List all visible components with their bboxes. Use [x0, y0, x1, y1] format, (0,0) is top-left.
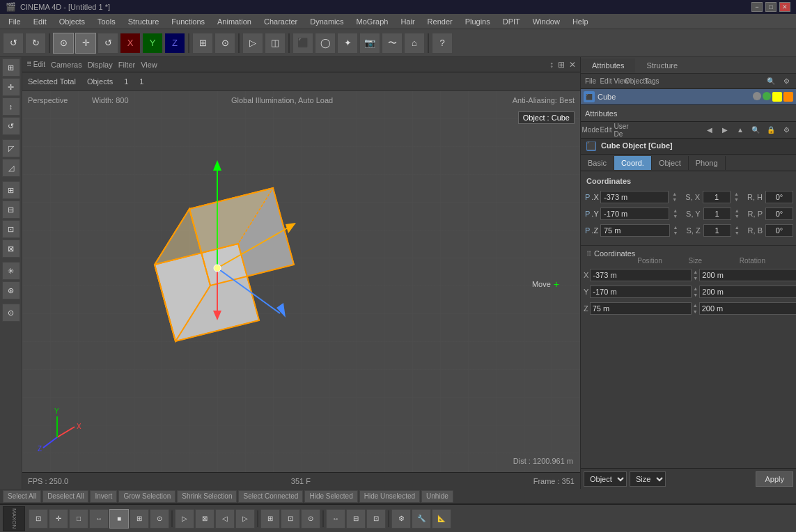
bt-20[interactable]: 📐 — [432, 509, 451, 529]
y-pos-stepper[interactable]: ▲▼ — [693, 285, 698, 298]
scale-y-stepper[interactable]: ▲▼ — [735, 208, 740, 219]
scale-y-input[interactable] — [703, 208, 731, 220]
z-axis-button[interactable]: Z — [164, 33, 185, 54]
menu-animation[interactable]: Animation — [212, 16, 257, 27]
invert-btn[interactable]: Invert — [90, 490, 117, 503]
pos-z-input[interactable] — [600, 224, 670, 237]
vp-edit[interactable]: ⠿ Edit — [26, 61, 45, 68]
menu-tools[interactable]: Tools — [92, 16, 121, 27]
left-btn-3[interactable]: ↕ — [2, 97, 20, 116]
bt-4[interactable]: ↔ — [89, 509, 109, 529]
minimize-button[interactable]: − — [751, 2, 763, 12]
hide-unselected-btn[interactable]: Hide Unselected — [359, 490, 420, 503]
menu-help[interactable]: Help — [567, 16, 594, 27]
cube-object-row[interactable]: ⬛ Cube — [581, 89, 796, 104]
attr-lock-btn[interactable]: 🔒 — [764, 124, 778, 136]
left-btn-7[interactable]: ⊞ — [2, 181, 20, 199]
bt-13[interactable]: ⊡ — [281, 509, 300, 529]
vp-view[interactable]: View — [141, 61, 157, 69]
pos-y-stepper[interactable]: ▲▼ — [673, 208, 678, 219]
scale-x-input[interactable] — [703, 191, 731, 203]
maximize-button[interactable]: □ — [765, 2, 777, 12]
bt-14[interactable]: ⊙ — [301, 509, 320, 529]
obj-edit-btn[interactable]: Edit — [599, 75, 613, 88]
menu-objects[interactable]: Objects — [54, 16, 91, 27]
left-btn-6[interactable]: ◿ — [2, 159, 20, 177]
pos-z-stepper[interactable]: ▲▼ — [673, 225, 678, 236]
pos-x-stepper[interactable]: ▲▼ — [672, 191, 677, 203]
dot1[interactable] — [753, 92, 761, 100]
vp-fullscreen[interactable]: ⊞ — [558, 60, 565, 70]
tab-phong[interactable]: Phong — [689, 156, 726, 170]
y-size-field[interactable] — [699, 285, 796, 298]
attr-left-arrow[interactable]: ◀ — [703, 124, 717, 136]
obj-objects-btn[interactable]: Objects — [630, 75, 643, 88]
vp-display[interactable]: Display — [88, 61, 113, 69]
rot-b-input[interactable] — [765, 224, 793, 237]
left-btn-2[interactable]: ✛ — [2, 78, 20, 96]
scale-z-stepper[interactable]: ▲▼ — [735, 225, 740, 236]
tab-coord[interactable]: Coord. — [614, 156, 652, 170]
bt-15[interactable]: ↔ — [326, 509, 345, 529]
deselect-all-btn[interactable]: Deselect All — [42, 490, 88, 503]
x-axis-button[interactable]: X — [120, 33, 141, 54]
menu-edit[interactable]: Edit — [28, 16, 52, 27]
bt-12[interactable]: ⊞ — [260, 509, 280, 529]
select-connected-btn[interactable]: Select Connected — [238, 490, 303, 503]
render-btn[interactable]: ▷ — [242, 33, 263, 54]
bt-8[interactable]: ▷ — [175, 509, 194, 529]
left-btn-4[interactable]: ↺ — [2, 117, 20, 135]
vp-cameras[interactable]: Cameras — [51, 61, 82, 69]
vp-close[interactable]: ✕ — [569, 60, 576, 70]
sphere-btn[interactable]: ◯ — [315, 33, 336, 54]
bt-19[interactable]: 🔧 — [412, 509, 431, 529]
viewport-3d[interactable]: Perspective Width: 800 Global Illuminati… — [22, 91, 580, 472]
scale-x-stepper[interactable]: ▲▼ — [734, 191, 739, 203]
move-tool-button[interactable]: ✛ — [75, 33, 96, 54]
attr-userdata-btn[interactable]: User De — [614, 124, 628, 136]
bt-9[interactable]: ⊠ — [195, 509, 214, 529]
menu-file[interactable]: File — [3, 16, 26, 27]
x-pos-field[interactable] — [590, 269, 692, 281]
attr-right-arrow[interactable]: ▶ — [718, 124, 732, 136]
y-pos-field[interactable] — [590, 285, 692, 298]
menu-hair[interactable]: Hair — [395, 16, 420, 27]
bt-10[interactable]: ◁ — [215, 509, 235, 529]
record-button[interactable]: ⊙ — [214, 33, 235, 54]
dot3[interactable] — [772, 92, 782, 102]
left-btn-12[interactable]: ⊛ — [2, 281, 20, 299]
redo-button[interactable]: ↻ — [25, 33, 46, 54]
attr-edit-btn[interactable]: Edit — [599, 124, 613, 136]
undo-button[interactable]: ↺ — [3, 33, 24, 54]
attr-mode-btn[interactable]: Mode — [584, 124, 598, 136]
bt-7[interactable]: ⊙ — [150, 509, 169, 529]
bt-16[interactable]: ⊟ — [346, 509, 366, 529]
menu-dynamics[interactable]: Dynamics — [304, 16, 349, 27]
left-btn-9[interactable]: ⊡ — [2, 220, 20, 238]
menu-plugins[interactable]: Plugins — [460, 16, 496, 27]
rot-h-input[interactable] — [765, 191, 793, 203]
shrink-selection-btn[interactable]: Shrink Selection — [177, 490, 237, 503]
obj-search-btn[interactable]: 🔍 — [764, 75, 778, 88]
scale-button[interactable]: ⊞ — [192, 33, 213, 54]
object-dropdown[interactable]: Object — [584, 471, 627, 487]
bt-18[interactable]: ⚙ — [391, 509, 411, 529]
x-size-field[interactable] — [699, 269, 796, 281]
vp-arrows[interactable]: ↕ — [549, 60, 554, 70]
bt-5[interactable]: ■ — [109, 509, 129, 529]
deform-btn[interactable]: ⌂ — [404, 33, 425, 54]
pos-x-input[interactable] — [600, 191, 669, 203]
tab-object[interactable]: Object — [652, 156, 689, 170]
z-pos-stepper[interactable]: ▲▼ — [693, 302, 698, 315]
structure-tab[interactable]: Structure — [635, 58, 689, 72]
bt-17[interactable]: ⊡ — [366, 509, 386, 529]
menu-dpit[interactable]: DPIT — [497, 16, 526, 27]
x-pos-stepper[interactable]: ▲▼ — [693, 269, 698, 281]
objects-tab[interactable]: Attributes — [581, 58, 635, 72]
left-btn-8[interactable]: ⊟ — [2, 201, 20, 219]
left-btn-1[interactable]: ⊞ — [2, 58, 20, 77]
obj-settings-btn[interactable]: ⚙ — [779, 75, 793, 88]
render-region-btn[interactable]: ◫ — [265, 33, 286, 54]
menu-mograph[interactable]: MoGraph — [351, 16, 394, 27]
z-pos-field[interactable] — [590, 302, 692, 315]
